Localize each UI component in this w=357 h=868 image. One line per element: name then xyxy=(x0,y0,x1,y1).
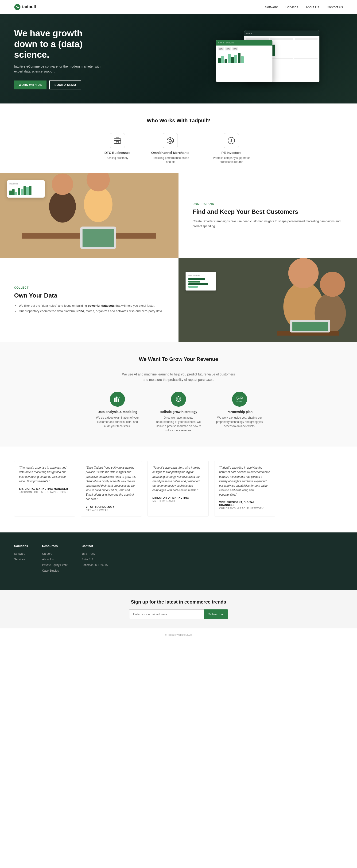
logo[interactable]: tadpull xyxy=(14,4,36,10)
hbar-chart: Data Sources xyxy=(185,272,216,290)
grow-card-data-title: Data analysis & modeling xyxy=(94,410,141,414)
feature-data-item-2: Our proprietary ecommerce data platform,… xyxy=(19,308,165,314)
footer-resources: Resources Careers About Us Private Equit… xyxy=(42,544,67,574)
svg-point-12 xyxy=(84,187,113,222)
svg-rect-24 xyxy=(114,398,116,402)
footer-copyright: © Tadpull Website 2024 xyxy=(0,628,357,636)
dtc-icon xyxy=(110,133,125,148)
feature-data-label: Collect xyxy=(14,286,165,289)
copyright-text: © Tadpull Website 2024 xyxy=(165,633,192,636)
hero-section: We have growth down to a (data) science.… xyxy=(0,14,357,103)
testimonial-4: "Tadpull's expertise in applying the pow… xyxy=(214,461,275,517)
testimonial-1-author: Sr. Digital Marketing Manager xyxy=(19,487,70,490)
footer-link-case-studies[interactable]: Case Studies xyxy=(42,568,67,574)
grow-cards: Data analysis & modeling We do a deep ex… xyxy=(14,392,343,432)
hero-buttons: WORK WITH US BOOK A DEMO xyxy=(14,81,108,89)
mockup-front: Overview 22% 18% 35% xyxy=(216,40,272,82)
footer-contact-heading: Contact xyxy=(82,544,108,548)
footer-link-careers[interactable]: Careers xyxy=(42,551,67,557)
footer-top: Solutions Software Services Resources Ca… xyxy=(14,544,343,574)
dtc-desc: Scaling profitably xyxy=(107,156,128,160)
feature-customers-desc: Create Smarter Campaigns: We use deep cu… xyxy=(192,219,343,229)
nav-software[interactable]: Software xyxy=(265,5,278,9)
card-pe: $ PE Investors Portfolio company support… xyxy=(210,133,252,164)
feature-data-image: Data Sources xyxy=(179,258,357,342)
testimonial-3-author: Director of Marketing xyxy=(152,496,204,499)
pe-icon: $ xyxy=(224,133,239,148)
svg-rect-4 xyxy=(116,142,119,144)
feature-data-section: Data Sources Collect Own Your Data We xyxy=(0,258,357,342)
footer-resources-heading: Resources xyxy=(42,544,67,548)
footer-link-software[interactable]: Software xyxy=(14,551,28,557)
subscribe-button[interactable]: Subscribe xyxy=(204,610,228,619)
who-works-section: Who Works With Tadpull? DTC Businesses S… xyxy=(0,103,357,174)
nav-about[interactable]: About Us xyxy=(305,5,319,9)
nav-services[interactable]: Services xyxy=(286,5,298,9)
feature-customers-image: Revenue xyxy=(0,173,179,258)
dtc-title: DTC Businesses xyxy=(105,151,130,155)
footer-contact: Contact 15 S Tracy Suite #12 Bozeman, MT… xyxy=(82,544,108,574)
who-works-heading: Who Works With Tadpull? xyxy=(14,118,343,124)
svg-point-18 xyxy=(288,258,319,288)
grow-card-strategy-desc: Once we have an acute understanding of y… xyxy=(155,415,202,432)
footer: Solutions Software Services Resources Ca… xyxy=(0,532,357,590)
hero-image-area: Overview 22% 18% 35% xyxy=(169,19,348,99)
feature-data-item-1: We filter out the "data noise" and focus… xyxy=(19,303,165,308)
card-omni: Omnichannel Merchants Predicting perform… xyxy=(149,133,191,164)
testimonial-1-company: JACKSON HOLE MOUNTAIN RESORT xyxy=(19,491,70,494)
grow-icon-strategy xyxy=(171,392,186,407)
logo-icon xyxy=(14,4,21,10)
hero-title: We have growth down to a (data) science. xyxy=(14,28,108,60)
footer-address-1: 15 S Tracy xyxy=(82,551,108,557)
footer-link-services[interactable]: Services xyxy=(14,557,28,562)
grow-heading: We Want To Grow Your Revenue xyxy=(14,356,343,362)
feature-customers-title: Find and Keep Your Best Customers xyxy=(192,208,343,216)
svg-rect-23 xyxy=(292,322,328,331)
nav-contact[interactable]: Contact Us xyxy=(327,5,343,9)
footer-link-pe-event[interactable]: Private Equity Event xyxy=(42,562,67,568)
testimonial-1-text: "The team's expertise in analytics and d… xyxy=(19,466,70,484)
pe-title: PE Investors xyxy=(221,151,241,155)
testimonial-3-company: MYSTERY RANCH xyxy=(152,500,204,502)
signup-form: Subscribe xyxy=(129,610,228,619)
grow-icon-partner xyxy=(232,392,247,407)
feature-data-content: Collect Own Your Data We filter out the … xyxy=(0,272,179,328)
svg-point-5 xyxy=(169,140,172,142)
footer-link-about[interactable]: About Us xyxy=(42,557,67,562)
book-demo-button[interactable]: BOOK A DEMO xyxy=(49,81,81,89)
overlay-chart: Revenue xyxy=(7,180,44,197)
testimonials-section: "The team's expertise in analytics and d… xyxy=(0,446,357,532)
hero-subtitle: Intuitive eCommerce software for the mod… xyxy=(14,64,108,74)
logo-text: tadpull xyxy=(22,4,36,9)
svg-point-28 xyxy=(177,398,180,400)
grow-card-partner-title: Partnership plan xyxy=(216,410,263,414)
testimonial-2-text: "Their Tadpull Pond software is helping … xyxy=(86,466,137,502)
email-input[interactable] xyxy=(129,610,204,619)
testimonials-row: "The team's expertise in analytics and d… xyxy=(14,461,343,518)
email-signup-section: Sign up for the latest in ecommerce tren… xyxy=(0,590,357,628)
work-with-us-button[interactable]: WORK WITH US xyxy=(14,81,47,89)
testimonial-2-company: CAT WORKWEAR xyxy=(86,509,137,512)
grow-subtitle: We use AI and machine learning to help y… xyxy=(120,372,237,382)
footer-address-3: Bozeman, MT 59715 xyxy=(82,562,108,568)
grow-revenue-section: We Want To Grow Your Revenue We use AI a… xyxy=(0,342,357,446)
grow-card-strategy: Holistic growth strategy Once we have an… xyxy=(155,392,202,432)
grow-card-data-desc: We do a deep examination of your custome… xyxy=(94,415,141,428)
grow-card-strategy-title: Holistic growth strategy xyxy=(155,410,202,414)
testimonial-3-text: "Tadpull's approach, from wire-framing d… xyxy=(152,466,204,493)
testimonial-3: "Tadpull's approach, from wire-framing d… xyxy=(148,461,209,517)
svg-rect-26 xyxy=(118,399,119,402)
svg-rect-15 xyxy=(83,229,114,247)
nav-links: Software Services About Us Contact Us xyxy=(265,5,343,9)
feature-data-list: We filter out the "data noise" and focus… xyxy=(14,303,165,314)
svg-point-11 xyxy=(52,174,73,195)
footer-solutions-heading: Solutions xyxy=(14,544,28,548)
feature-customers-content: Understand Find and Keep Your Best Custo… xyxy=(179,188,357,243)
testimonial-4-company: CHILDREN'S MIRACLE NETWORK xyxy=(219,507,270,510)
omni-icon xyxy=(163,133,178,148)
svg-point-20 xyxy=(320,272,345,297)
svg-text:$: $ xyxy=(230,139,232,143)
footer-address-2: Suite #12 xyxy=(82,557,108,562)
testimonial-2-author: VP of Technology xyxy=(86,505,137,508)
omni-title: Omnichannel Merchants xyxy=(151,151,189,155)
